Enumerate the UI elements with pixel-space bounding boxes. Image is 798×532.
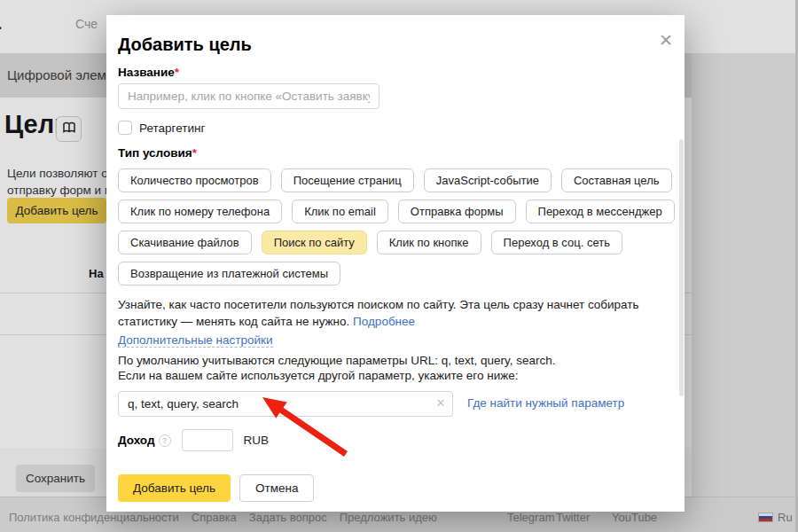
revenue-label: Доход (118, 434, 155, 447)
question-circle-icon[interactable]: ? (159, 434, 171, 447)
currency-label: RUB (244, 434, 270, 447)
chip-row: Количество просмотров Посещение страниц … (118, 168, 675, 192)
site-search-info: Узнайте, как часто посетители пользуются… (118, 296, 669, 330)
required-asterisk: * (192, 146, 197, 160)
url-params-note: По умолчанию учитываются следующие парам… (118, 353, 556, 383)
find-param-link[interactable]: Где найти нужный параметр (467, 396, 624, 410)
add-goal-modal: Добавить цель ✕ Название* Ретаргетинг Ти… (106, 15, 685, 512)
modal-buttons: Добавить цель Отмена (118, 474, 314, 502)
chip-file-download[interactable]: Скачивание файлов (118, 231, 252, 254)
chip-messenger[interactable]: Переход в мессенджер (526, 200, 675, 223)
condition-type-label: Тип условия* (118, 146, 197, 160)
chip-composite-goal[interactable]: Составная цель (561, 168, 672, 192)
condition-type-chips: Количество просмотров Посещение страниц … (118, 168, 675, 286)
search-param-input[interactable] (118, 391, 453, 417)
chip-phone-click[interactable]: Клик по номеру телефона (118, 200, 282, 223)
close-icon[interactable]: ✕ (653, 27, 679, 53)
advanced-settings-link[interactable]: Дополнительные настройки (118, 333, 273, 348)
chip-button-click[interactable]: Клик по кнопке (377, 231, 481, 254)
retargeting-checkbox[interactable] (118, 121, 132, 135)
chip-email-click[interactable]: Клик по email (292, 200, 388, 223)
learn-more-link[interactable]: Подробнее (353, 315, 415, 328)
retargeting-label: Ретаргетинг (139, 121, 205, 135)
goal-name-input[interactable] (118, 83, 379, 109)
chip-form-submit[interactable]: Отправка формы (398, 200, 516, 223)
revenue-row: Доход ? RUB (118, 429, 269, 451)
screen: a Сче Цифровой элеме Цели Цели позволяют… (0, 0, 798, 532)
modal-title: Добавить цель (118, 35, 252, 55)
chip-row: Возвращение из платежной системы (118, 262, 675, 286)
name-label: Название* (118, 66, 179, 79)
chip-row: Клик по номеру телефона Клик по email От… (118, 200, 675, 223)
required-asterisk: * (175, 66, 179, 79)
chip-site-search-selected[interactable]: Поиск по сайту (262, 231, 367, 254)
chip-js-event[interactable]: JavaScript-событие (424, 168, 552, 192)
cancel-button[interactable]: Отмена (239, 474, 314, 502)
chip-payment-return[interactable]: Возвращение из платежной системы (118, 262, 340, 286)
chip-social-network[interactable]: Переход в соц. сеть (491, 231, 622, 254)
retargeting-checkbox-row[interactable]: Ретаргетинг (118, 121, 205, 135)
chip-pageviews[interactable]: Количество просмотров (118, 168, 271, 192)
add-goal-submit-button[interactable]: Добавить цель (118, 474, 231, 502)
clear-icon[interactable]: ✕ (434, 396, 448, 411)
param-input-wrap: ✕ (118, 391, 453, 417)
revenue-input[interactable] (182, 429, 233, 451)
chip-row: Скачивание файлов Поиск по сайту Клик по… (118, 231, 675, 254)
modal-scrollbar-thumb[interactable] (679, 139, 684, 396)
chip-page-visits[interactable]: Посещение страниц (281, 168, 414, 192)
